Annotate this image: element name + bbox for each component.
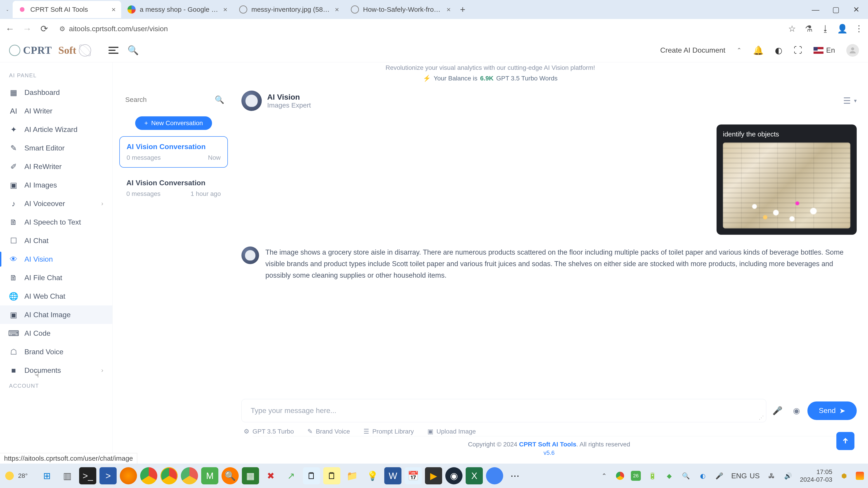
powershell-icon[interactable]: > [99,467,117,484]
footer-brand-link[interactable]: CPRT Soft AI Tools [519,441,577,448]
sidebar-item-ai-images[interactable]: ▣ AI Images [0,176,112,194]
tray-badge-icon[interactable]: 26 [631,471,641,481]
scroll-to-top-button[interactable] [836,432,855,450]
user-avatar[interactable] [846,44,859,57]
sidebar-item-ai-code[interactable]: ⌨ AI Code [0,324,112,343]
task-view-icon[interactable]: ▥ [59,467,76,484]
sidebar-item-dashboard[interactable]: ▦ Dashboard [0,83,112,102]
tray-search-icon[interactable]: 🔍 [681,471,691,481]
calendar-icon[interactable]: 📅 [405,467,422,484]
sidebar-item-ai-web-chat[interactable]: 🌐 AI Web Chat [0,287,112,305]
sidebar-item-ai-speech-to-text[interactable]: 🗎 AI Speech to Text [0,213,112,231]
app-icon[interactable]: ▦ [242,467,259,484]
overflow-icon[interactable]: ⋯ [506,467,524,484]
chevron-up-icon[interactable]: ⌃ [737,47,742,54]
downloads-icon[interactable]: ⭳ [820,23,831,34]
browser-tab[interactable]: messy-inventory.jpg (586×425) × [234,1,344,18]
app-icon[interactable]: M [201,467,218,484]
sidebar-item-ai-chat-image[interactable]: ▣ AI Chat Image [0,305,112,324]
network-icon[interactable]: 🖧 [767,471,776,481]
url-field[interactable]: ⚙ aitools.cprtsoft.com/user/vision [55,25,782,33]
close-window-button[interactable]: ✕ [847,2,865,18]
resize-handle-icon[interactable]: ⋰ [759,415,764,421]
chat-menu-button[interactable]: ☰ ▾ [843,96,857,106]
browser-tab[interactable]: How-to-Safely-Work-from-a-C × [345,1,456,18]
app-icon[interactable]: 💡 [364,467,381,484]
tray-app-icon[interactable]: ⬢ [839,471,849,481]
new-conversation-button[interactable]: + New Conversation [135,116,212,130]
notepad-icon[interactable]: 🗒 [303,467,320,484]
profile-icon[interactable]: 👤 [837,23,848,34]
maximize-button[interactable]: ▢ [827,2,845,18]
chrome-active-icon[interactable] [486,467,503,484]
uploaded-image-thumbnail[interactable] [723,142,850,228]
clock[interactable]: 17:05 2024-07-03 [800,468,832,483]
close-icon[interactable]: × [446,5,451,14]
sidebar-item-smart-editor[interactable]: ✎ Smart Editor [0,139,112,157]
tray-app-icon[interactable]: ◆ [664,471,674,481]
app-icon[interactable]: 🗒 [323,467,340,484]
close-icon[interactable]: × [112,5,116,14]
notifications-icon[interactable]: 🔔 [753,45,764,55]
word-icon[interactable]: W [384,467,401,484]
reload-button[interactable]: ⟳ [38,22,51,35]
dark-mode-icon[interactable]: ◐ [775,45,782,55]
browser-tab-active[interactable]: CPRT Soft AI Tools × [13,1,121,18]
sidebar-toggle-button[interactable] [108,45,119,55]
language-selector[interactable]: En [813,46,835,55]
firefox-icon[interactable] [120,467,137,484]
volume-icon[interactable]: 🔊 [783,471,793,481]
composer-option-gpt-3-5-turbo[interactable]: ⚙GPT 3.5 Turbo [244,428,294,435]
sidebar-item-ai-writer[interactable]: AI AI Writer [0,102,112,120]
excel-icon[interactable]: X [466,467,483,484]
tray-app-icon[interactable]: ◐ [698,471,708,481]
send-button[interactable]: Send ➤ [807,401,857,420]
sidebar-item-ai-voiceover[interactable]: ♪ AI Voiceover› [0,194,112,213]
composer-option-prompt-library[interactable]: ☰Prompt Library [364,428,414,435]
tray-app-icon[interactable] [856,472,864,480]
site-settings-icon[interactable]: ⚙ [59,25,65,33]
app-icon[interactable]: ✖ [262,467,279,484]
labs-icon[interactable]: ⚗ [803,23,814,34]
browser-tab[interactable]: a messy shop - Google Search × [122,1,233,18]
search-icon[interactable]: 🔍 [127,45,139,56]
stop-icon[interactable]: ◉ [788,403,804,419]
sidebar-item-ai-vision[interactable]: 👁 AI Vision [0,250,112,268]
conversation-card[interactable]: AI Vision Conversation 0 messages 1 hour… [119,173,228,203]
kebab-menu-icon[interactable]: ⋮ [854,23,864,34]
sidebar-item-ai-chat[interactable]: ☐ AI Chat [0,231,112,250]
close-icon[interactable]: × [223,5,227,14]
close-icon[interactable]: × [335,5,339,14]
sidebar-item-ai-rewriter[interactable]: ✐ AI ReWriter [0,157,112,176]
microphone-tray-icon[interactable]: 🎤 [715,471,724,481]
sidebar-item-documents[interactable]: ■ Documents› [0,361,112,380]
language-indicator[interactable]: ENG US [731,471,760,480]
tray-chevron-icon[interactable]: ⌃ [599,471,609,481]
chrome-icon[interactable] [140,467,157,484]
everything-icon[interactable]: 🔍 [221,467,239,484]
composer-option-upload-image[interactable]: ▣Upload Image [428,428,476,435]
search-input[interactable] [125,96,211,103]
sidebar-item-brand-voice[interactable]: ☖ Brand Voice [0,343,112,361]
composer-option-brand-voice[interactable]: ✎Brand Voice [307,428,350,435]
weather-widget[interactable]: 28° [4,470,28,481]
chrome-beta-icon[interactable] [181,467,198,484]
chrome-canary-icon[interactable] [160,467,178,484]
new-tab-button[interactable]: + [457,4,468,15]
app-icon[interactable]: ↗ [283,467,300,484]
minimize-button[interactable]: — [807,2,825,18]
bookmark-icon[interactable]: ☆ [786,23,798,34]
search-icon[interactable]: 🔍 [215,95,224,104]
sidebar-item-ai-article-wizard[interactable]: ✦ AI Article Wizard [0,120,112,139]
tray-app-icon[interactable] [616,472,624,480]
tab-list-dropdown[interactable]: ⌄ [3,5,12,14]
microphone-icon[interactable]: 🎤 [770,403,785,419]
forward-button[interactable]: → [21,22,33,35]
sidebar-item-ai-file-chat[interactable]: 🗎 AI File Chat [0,268,112,287]
file-explorer-icon[interactable]: 📁 [344,467,361,484]
terminal-icon[interactable]: >_ [79,467,96,484]
fullscreen-icon[interactable]: ⛶ [794,45,802,55]
logo[interactable]: CPRT Soft [9,44,108,57]
message-input[interactable]: Type your message here... ⋰ [241,399,766,422]
steam-icon[interactable]: ◉ [445,467,463,484]
